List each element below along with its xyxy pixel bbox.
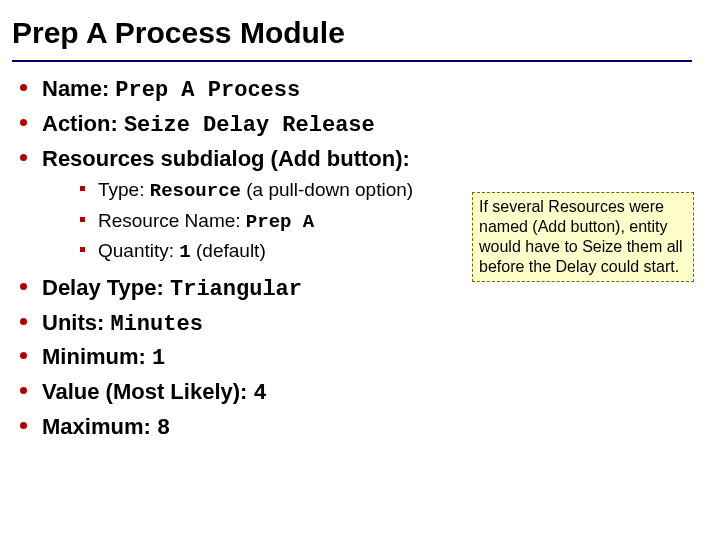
bullet-maximum-value: 8: [157, 416, 170, 441]
bullet-delay-type-value: Triangular: [170, 277, 302, 302]
bullet-most-likely: Value (Most Likely): 4: [14, 377, 692, 410]
bullet-action-label: Action:: [42, 111, 124, 136]
bullet-minimum: Minimum: 1: [14, 342, 692, 375]
bullet-name-label: Name:: [42, 76, 115, 101]
bullet-resources-label: Resources subdialog (Add button):: [42, 146, 410, 171]
sub-type-post: (a pull-down option): [241, 179, 413, 200]
sub-resname-pre: Resource Name:: [98, 210, 246, 231]
bullet-name: Name: Prep A Process: [14, 74, 692, 107]
bullet-most-likely-value: 4: [254, 381, 267, 406]
bullet-most-likely-label: Value (Most Likely):: [42, 379, 254, 404]
sub-type-pre: Type:: [98, 179, 150, 200]
bullet-units-label: Units:: [42, 310, 110, 335]
bullet-action-value: Seize Delay Release: [124, 113, 375, 138]
slide: Prep A Process Module Name: Prep A Proce…: [0, 0, 720, 540]
bullet-maximum: Maximum: 8: [14, 412, 692, 445]
sub-qty-code: 1: [179, 241, 190, 263]
bullet-name-value: Prep A Process: [115, 78, 300, 103]
bullet-minimum-value: 1: [152, 346, 165, 371]
bullet-units: Units: Minutes: [14, 308, 692, 341]
sub-qty-pre: Quantity:: [98, 240, 179, 261]
sub-qty-post: (default): [191, 240, 266, 261]
slide-title: Prep A Process Module: [12, 8, 692, 62]
bullet-units-value: Minutes: [110, 312, 202, 337]
callout-note: If several Resources were named (Add but…: [472, 192, 694, 282]
sub-resname-code: Prep A: [246, 211, 314, 233]
bullet-action: Action: Seize Delay Release: [14, 109, 692, 142]
bullet-minimum-label: Minimum:: [42, 344, 152, 369]
sub-type-code: Resource: [150, 180, 241, 202]
bullet-maximum-label: Maximum:: [42, 414, 157, 439]
bullet-delay-type-label: Delay Type:: [42, 275, 170, 300]
